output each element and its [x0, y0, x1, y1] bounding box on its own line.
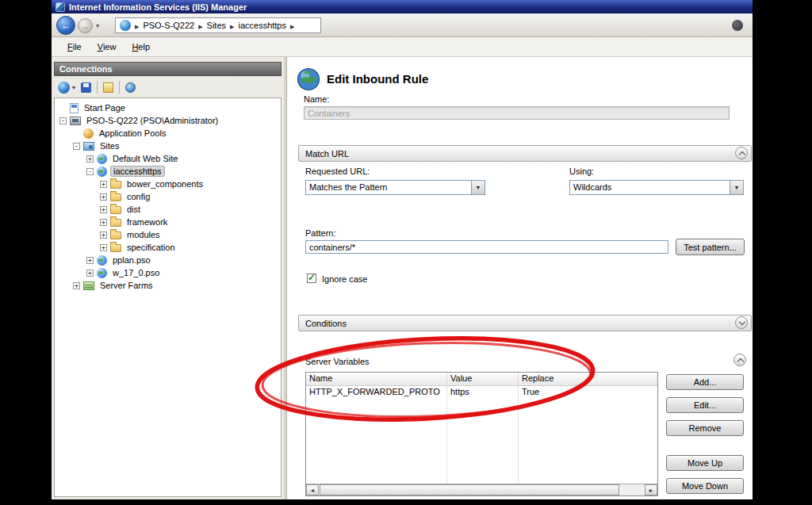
requested-url-label: Requested URL:	[305, 166, 370, 176]
tree-item-modules[interactable]: modules	[55, 228, 281, 241]
expand-icon[interactable]	[100, 181, 107, 188]
breadcrumb-separator-icon	[290, 21, 294, 30]
title-bar: Internet Information Services (IIS) Mana…	[52, 0, 753, 13]
expand-icon[interactable]	[86, 155, 94, 163]
app-icon	[56, 2, 65, 12]
collapse-icon[interactable]	[59, 117, 67, 124]
tree-item-iaccesshttps[interactable]: iaccesshttps	[55, 165, 281, 178]
collapse-chevron-icon[interactable]	[733, 354, 746, 366]
expand-icon[interactable]	[100, 244, 107, 251]
expand-icon[interactable]	[100, 219, 107, 226]
column-header-replace[interactable]: Replace	[519, 373, 657, 385]
tree-item-pplan-pso[interactable]: pplan.pso	[55, 254, 281, 266]
collapse-icon[interactable]	[86, 168, 94, 175]
server-variables-title: Server Variables	[305, 357, 370, 366]
tree-item-default-web-site[interactable]: Default Web Site	[55, 152, 281, 165]
remove-button[interactable]: Remove	[666, 420, 744, 436]
tree-item-sites[interactable]: Sites	[55, 140, 281, 152]
toolbar-divider	[119, 81, 120, 94]
iis-manager-window: Internet Information Services (IIS) Mana…	[52, 0, 753, 499]
move-down-button[interactable]: Move Down	[666, 478, 744, 494]
tree-item-framework[interactable]: framework	[55, 216, 281, 228]
expand-icon[interactable]	[86, 257, 94, 264]
tree-item-label: w_17_0.pso	[110, 268, 162, 277]
expand-icon[interactable]	[100, 231, 107, 239]
tree-item-bower-components[interactable]: bower_components	[55, 178, 281, 190]
table-row[interactable]: HTTP_X_FORWARDED_PROTO https True	[306, 386, 657, 398]
conditions-section-header[interactable]: Conditions	[298, 315, 752, 331]
tree-item-application-pools[interactable]: Application Pools	[55, 127, 281, 140]
tree-item-config[interactable]: config	[55, 190, 281, 203]
toolbar-divider	[97, 81, 98, 94]
expand-icon[interactable]	[73, 282, 80, 289]
tree-item-w-17-0-pso[interactable]: w_17_0.pso	[55, 266, 281, 279]
scroll-right-icon[interactable]: ►	[645, 484, 657, 495]
tree-item-start-page[interactable]: Start Page	[55, 101, 281, 114]
match-url-title: Match URL	[305, 149, 349, 159]
edit-button[interactable]: Edit...	[666, 397, 744, 413]
move-up-button[interactable]: Move Up	[666, 455, 744, 471]
pattern-input[interactable]	[305, 240, 668, 254]
tree-item-server-farms[interactable]: Server Farms	[55, 279, 281, 292]
content-area: Connections ▾ Start Page	[52, 57, 753, 499]
folder-icon	[110, 244, 121, 252]
collapse-icon[interactable]	[73, 143, 80, 150]
add-button[interactable]: Add...	[666, 374, 744, 390]
using-label: Using:	[569, 166, 594, 176]
scrollbar-thumb[interactable]	[320, 484, 619, 495]
back-button[interactable]: ←	[56, 16, 75, 35]
requested-url-dropdown[interactable]: Matches the Pattern	[305, 180, 485, 195]
dropdown-arrow-icon[interactable]	[471, 181, 485, 194]
expand-icon[interactable]	[86, 270, 94, 277]
breadcrumb-server[interactable]: PSO-S-Q222	[143, 21, 194, 30]
folder-icon	[110, 231, 121, 239]
tree-item-label: PSO-S-Q222 (PSO\Administrator)	[84, 116, 220, 125]
menu-view[interactable]: View	[91, 40, 123, 54]
using-dropdown[interactable]: Wildcards	[569, 180, 744, 195]
tree-item-label: bower_components	[124, 179, 205, 189]
site-globe-icon	[97, 154, 107, 164]
folder-icon	[110, 181, 121, 189]
globe-icon	[297, 67, 320, 91]
folder-icon	[110, 193, 121, 201]
forward-button[interactable]: →	[78, 18, 93, 33]
match-url-section-header[interactable]: Match URL	[298, 145, 752, 162]
expand-chevron-icon[interactable]	[735, 316, 748, 329]
delegation-icon[interactable]	[125, 82, 136, 93]
connection-dropdown-icon[interactable]: ▾	[72, 84, 75, 91]
cell-replace: True	[519, 386, 657, 398]
expand-icon[interactable]	[100, 193, 107, 201]
breadcrumb: PSO-S-Q222 Sites iaccesshttps	[115, 17, 321, 33]
edit-inbound-rule-panel: Edit Inbound Rule Name: Match URL Reques…	[287, 57, 753, 499]
ignore-case-checkbox[interactable]	[307, 274, 316, 283]
tree-item-specification[interactable]: specification	[55, 241, 281, 254]
start-page-icon	[70, 103, 79, 113]
save-icon[interactable]	[81, 82, 91, 93]
table-body: HTTP_X_FORWARDED_PROTO https True	[306, 386, 657, 484]
tree-item-dist[interactable]: dist	[55, 203, 281, 216]
column-header-name[interactable]: Name	[306, 373, 447, 385]
sites-icon	[83, 142, 94, 151]
breadcrumb-sites[interactable]: Sites	[207, 21, 226, 30]
expand-icon[interactable]	[100, 206, 107, 213]
server-variables-table: Name Value Replace HTTP_X_FORWARDED_PROT…	[305, 372, 658, 496]
server-farms-icon	[83, 281, 94, 290]
create-connection-icon[interactable]	[58, 82, 70, 94]
nav-extra-icon[interactable]	[732, 20, 743, 31]
menu-file[interactable]: File	[61, 40, 88, 54]
recent-pages-dropdown-icon[interactable]: ▾	[96, 22, 99, 29]
name-label: Name:	[304, 94, 329, 104]
browse-icon[interactable]	[103, 82, 113, 93]
page-title: Edit Inbound Rule	[327, 72, 428, 86]
scroll-left-icon[interactable]: ◄	[306, 484, 319, 495]
column-header-value[interactable]: Value	[447, 373, 519, 385]
collapse-chevron-icon[interactable]	[735, 147, 748, 159]
breadcrumb-site[interactable]: iaccesshttps	[238, 21, 286, 30]
window-title: Internet Information Services (IIS) Mana…	[69, 2, 247, 12]
menu-help[interactable]: Help	[125, 40, 156, 54]
horizontal-scrollbar[interactable]: ◄ ►	[306, 484, 657, 495]
address-icon[interactable]	[120, 20, 131, 31]
tree-item-server[interactable]: PSO-S-Q222 (PSO\Administrator)	[55, 114, 281, 127]
dropdown-arrow-icon[interactable]	[730, 181, 743, 194]
test-pattern-button[interactable]: Test pattern...	[676, 239, 745, 255]
